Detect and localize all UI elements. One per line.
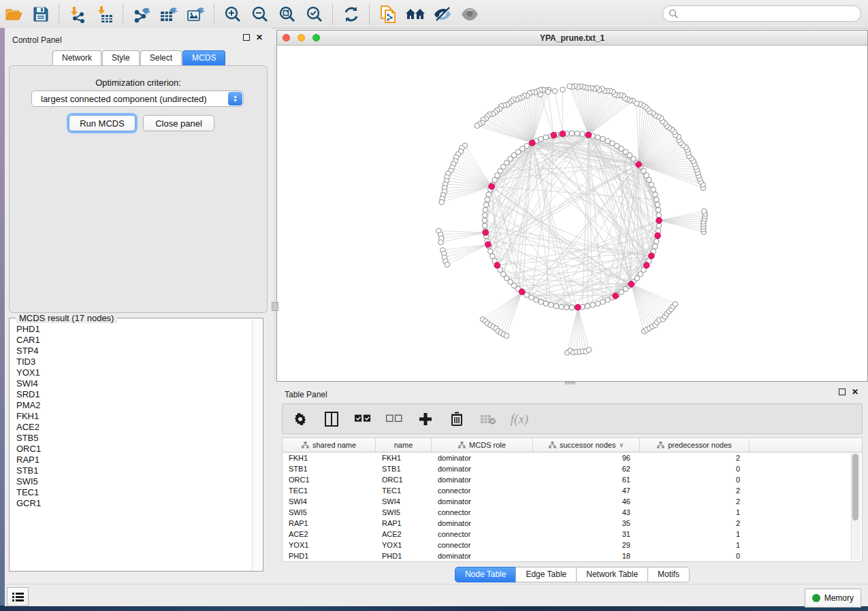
tab-network-table[interactable]: Network Table (576, 567, 648, 582)
vertical-splitter-handle[interactable] (272, 302, 278, 311)
graph-selected-hub-node[interactable] (494, 263, 500, 269)
close-panel-icon[interactable]: ✕ (256, 34, 263, 41)
zoom-selected-icon[interactable] (303, 4, 326, 24)
column-header-successor-nodes[interactable]: successor nodes∨ (533, 438, 640, 452)
float-panel-icon[interactable] (839, 389, 846, 395)
mcds-result-item[interactable]: CAR1 (12, 335, 248, 346)
graph-node[interactable] (656, 208, 661, 213)
graph-node[interactable] (580, 131, 585, 137)
tab-node-table[interactable]: Node Table (455, 567, 517, 582)
graph-node[interactable] (654, 197, 659, 203)
table-row[interactable]: SWI4SWI4dominator462 (283, 496, 862, 507)
graph-node[interactable] (485, 197, 490, 203)
criterion-dropdown[interactable]: largest connected component (undirected)… (31, 90, 244, 107)
run-mcds-button[interactable]: Run MCDS (69, 115, 135, 131)
refresh-icon[interactable] (340, 4, 363, 24)
graph-node[interactable] (482, 212, 487, 218)
mcds-result-item[interactable]: PMA2 (12, 400, 248, 411)
table-row[interactable]: ACE2ACE2connector311 (283, 529, 862, 540)
memory-button[interactable]: Memory (805, 589, 861, 608)
tab-motifs[interactable]: Motifs (647, 567, 690, 582)
import-table-icon[interactable] (93, 4, 116, 24)
hide-selected-icon[interactable] (431, 4, 454, 24)
table-row[interactable]: PHD1PHD1dominator180 (283, 550, 862, 561)
graph-node[interactable] (549, 302, 554, 308)
graph-node[interactable] (569, 305, 575, 310)
graph-leaf-node[interactable] (673, 301, 678, 307)
task-history-button[interactable] (7, 587, 29, 606)
graph-node[interactable] (543, 301, 549, 306)
first-neighbors-icon[interactable] (404, 4, 427, 24)
graph-node[interactable] (649, 182, 654, 188)
graph-node[interactable] (529, 295, 534, 301)
graph-leaf-node[interactable] (545, 89, 551, 95)
graph-node[interactable] (489, 254, 495, 259)
mcds-result-item[interactable]: SRD1 (12, 389, 248, 400)
graph-node[interactable] (655, 202, 660, 208)
network-window-titlebar[interactable]: YPA_prune.txt_1 (277, 31, 867, 46)
graph-leaf-node[interactable] (552, 88, 558, 94)
mcds-result-item[interactable]: RAP1 (12, 455, 248, 465)
graph-node[interactable] (595, 135, 600, 140)
graph-selected-hub-node[interactable] (655, 233, 661, 239)
graph-node[interactable] (559, 304, 564, 310)
graph-node[interactable] (656, 212, 662, 218)
graph-node[interactable] (543, 135, 549, 140)
mcds-result-item[interactable]: YOX1 (12, 367, 248, 378)
mcds-result-item[interactable]: ACE2 (12, 422, 248, 433)
column-header-predecessor-nodes[interactable]: predecessor nodes (640, 438, 750, 452)
mcds-result-item[interactable]: ORC1 (12, 444, 248, 455)
mcds-result-item[interactable]: SWI5 (12, 476, 248, 487)
search-input[interactable] (662, 5, 861, 22)
table-row[interactable]: STB1STB1dominator620 (283, 463, 862, 474)
graph-leaf-node[interactable] (504, 333, 509, 339)
column-header-MCDS-role[interactable]: MCDS role (432, 438, 533, 452)
table-row[interactable]: RAP1RAP1dominator352 (283, 518, 862, 529)
mcds-list-scrollbar[interactable] (252, 319, 262, 570)
export-image-icon[interactable] (184, 4, 208, 24)
graph-selected-hub-node[interactable] (656, 218, 662, 224)
float-panel-icon[interactable] (243, 34, 250, 41)
table-row[interactable]: FKH1FKH1dominator962 (283, 452, 862, 463)
tab-edge-table[interactable]: Edge Table (515, 567, 577, 582)
mcds-result-list[interactable]: PHD1CAR1STP4TID3YOX1SWI4SRD1PMA2FKH1ACE2… (12, 324, 248, 565)
graph-node[interactable] (575, 131, 580, 136)
graph-node[interactable] (534, 297, 539, 303)
graph-selected-hub-node[interactable] (483, 230, 489, 236)
select-all-checkboxes-icon[interactable] (355, 410, 371, 428)
graph-leaf-node[interactable] (439, 199, 445, 205)
graph-node[interactable] (610, 141, 615, 146)
zoom-out-icon[interactable] (248, 4, 272, 24)
graph-node[interactable] (652, 244, 658, 249)
mcds-result-item[interactable]: PHD1 (12, 324, 248, 335)
graph-leaf-node[interactable] (560, 87, 566, 93)
graph-node[interactable] (585, 303, 590, 309)
show-all-icon[interactable] (458, 4, 481, 24)
graph-leaf-node[interactable] (475, 123, 480, 129)
graph-node[interactable] (605, 297, 611, 303)
graph-selected-hub-node[interactable] (613, 293, 619, 299)
table-scrollbar[interactable] (851, 453, 861, 560)
mcds-result-item[interactable]: STB5 (12, 433, 248, 444)
graph-node[interactable] (539, 137, 544, 142)
graph-leaf-node[interactable] (634, 101, 640, 106)
graph-leaf-node[interactable] (445, 262, 450, 267)
graph-node[interactable] (600, 299, 606, 305)
graph-node[interactable] (656, 223, 662, 229)
save-icon[interactable] (29, 4, 52, 24)
mcds-result-item[interactable]: STB1 (12, 465, 248, 476)
table-row[interactable]: TEC1TEC1connector472 (283, 485, 862, 496)
graph-selected-hub-node[interactable] (636, 161, 642, 167)
graph-node[interactable] (569, 131, 575, 136)
graph-node[interactable] (492, 178, 498, 183)
graph-leaf-node[interactable] (438, 240, 444, 245)
export-table-icon[interactable] (157, 4, 180, 24)
tab-select[interactable]: Select (140, 50, 182, 65)
graph-selected-hub-node[interactable] (560, 131, 566, 137)
graph-node[interactable] (590, 302, 596, 308)
graph-node[interactable] (595, 301, 600, 306)
graph-node[interactable] (539, 299, 544, 305)
vertical-splitter[interactable] (274, 45, 275, 381)
graph-node[interactable] (488, 249, 494, 254)
graph-node[interactable] (652, 192, 658, 197)
